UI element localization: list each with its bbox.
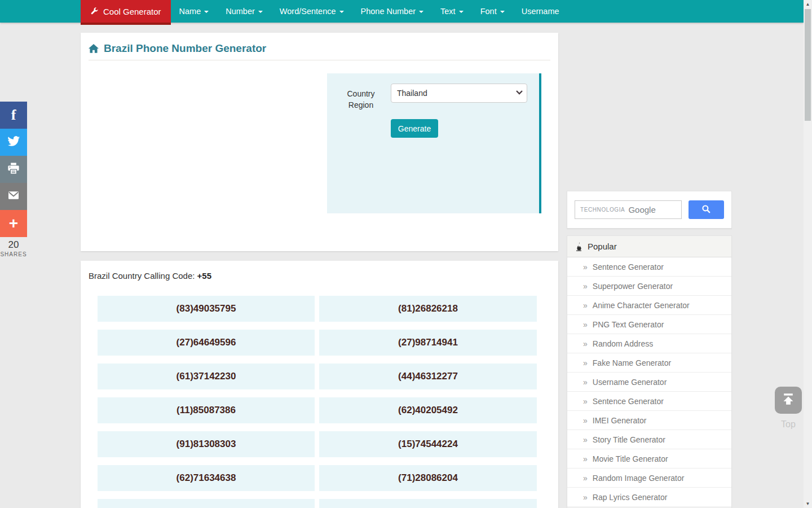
sidebar-item-random-image-generator[interactable]: »Random Image Generator [567, 468, 731, 488]
search-button[interactable] [689, 200, 724, 219]
phone-number: (62)71634638 [98, 465, 315, 491]
facebook-icon: f [11, 107, 16, 124]
search-icon [701, 204, 711, 216]
vertical-scrollbar: ▲ ▼ [804, 0, 812, 508]
brand-cool-generator[interactable]: Cool Generator [81, 0, 171, 25]
double-chevron-icon: » [583, 339, 588, 348]
plus-icon: + [9, 216, 18, 231]
double-chevron-icon: » [583, 435, 588, 444]
envelope-icon [7, 189, 20, 204]
google-search-watermark: TECHNOLOGIA [580, 207, 625, 213]
print-share-button[interactable] [0, 156, 27, 183]
caret-down-icon [500, 11, 505, 13]
double-chevron-icon: » [583, 378, 588, 387]
double-chevron-icon: » [583, 397, 588, 406]
popular-panel: Popular »Sentence Generator »Superpower … [567, 235, 732, 508]
double-chevron-icon: » [583, 474, 588, 483]
phone-number: (11)79367994 [319, 499, 537, 508]
generator-form-panel: Country Region Thailand Generate [327, 73, 541, 213]
sidebar-item-username-generator[interactable]: »Username Generator [567, 373, 731, 392]
phone-number: (83)49035795 [98, 296, 315, 322]
scrollbar-thumb[interactable] [805, 9, 811, 121]
caret-down-icon [204, 11, 209, 13]
email-share-button[interactable] [0, 183, 27, 210]
google-logo-text: Google [628, 205, 655, 214]
twitter-icon [7, 134, 20, 150]
sidebar-item-rap-lyrics-generator[interactable]: »Rap Lyrics Generator [567, 488, 731, 507]
double-chevron-icon: » [583, 320, 588, 329]
sidebar-item-sentence-generator[interactable]: »Sentence Generator [567, 257, 731, 277]
printer-icon [7, 162, 20, 177]
share-count-label: SHARES [0, 251, 27, 257]
phone-number: (27)98714941 [319, 330, 537, 356]
sidebar-item-superpower-generator[interactable]: »Superpower Generator [567, 277, 731, 296]
double-chevron-icon: » [583, 262, 588, 271]
caret-down-icon [419, 11, 423, 13]
sidebar-item-story-title-generator[interactable]: »Story Title Generator [567, 430, 731, 449]
phone-number: (44)46312277 [319, 364, 537, 389]
sidebar-item-movie-title-generator[interactable]: »Movie Title Generator [567, 449, 731, 468]
results-card: Brazil Country Calling Code: +55 (83)490… [81, 261, 558, 508]
phone-number: (15)74544224 [319, 431, 537, 457]
double-chevron-icon: » [583, 358, 588, 367]
flame-icon [576, 242, 583, 251]
sidebar-item-fake-name-generator[interactable]: »Fake Name Generator [567, 353, 731, 373]
nav-item-number[interactable]: Number [217, 0, 271, 23]
sidebar-item-sentence-generator-2[interactable]: »Sentence Generator [567, 392, 731, 411]
phone-number: (61)37142230 [98, 364, 315, 389]
double-chevron-icon: » [583, 416, 588, 425]
phone-number: (11)85087386 [98, 397, 315, 423]
popular-title: Popular [588, 242, 617, 251]
more-share-button[interactable]: + [0, 210, 27, 237]
phone-number: (91)81308303 [98, 431, 315, 457]
page: Cool Generator Name Number Word/Sentence… [0, 0, 812, 508]
nav-item-name[interactable]: Name [171, 0, 218, 23]
brand-label: Cool Generator [103, 7, 161, 16]
wrench-icon [90, 7, 99, 16]
phone-number: (62)40205492 [319, 397, 537, 423]
scrollbar-down-arrow[interactable]: ▼ [804, 500, 812, 508]
search-input[interactable]: TECHNOLOGIA Google [575, 200, 682, 219]
phone-number: (41)63953656 [98, 499, 315, 508]
nav-item-font[interactable]: Font [472, 0, 513, 23]
nav-item-text[interactable]: Text [432, 0, 472, 23]
twitter-share-button[interactable] [0, 129, 27, 156]
caret-down-icon [258, 11, 263, 13]
double-chevron-icon: » [583, 282, 588, 291]
sidebar-item-random-address[interactable]: »Random Address [567, 334, 731, 353]
divider [89, 60, 550, 60]
phone-number-grid: (83)49035795 (81)26826218 (27)64649596 (… [81, 261, 558, 508]
social-share-bar: f + 20 SHARES [0, 102, 27, 257]
phone-number: (27)64649596 [98, 330, 315, 356]
nav-item-phone-number[interactable]: Phone Number [352, 0, 433, 23]
sidebar-item-png-text-generator[interactable]: »PNG Text Generator [567, 315, 731, 334]
country-select[interactable]: Thailand [391, 84, 527, 103]
google-search-panel: TECHNOLOGIA Google [567, 191, 732, 229]
page-title: Brazil Phone Number Generator [104, 42, 266, 55]
nav-item-username[interactable]: Username [513, 0, 568, 23]
scrollbar-up-arrow[interactable]: ▲ [804, 0, 812, 8]
double-chevron-icon: » [583, 301, 588, 310]
popular-header: Popular [567, 236, 731, 257]
back-to-top-label: Top [775, 419, 802, 430]
top-navbar: Cool Generator Name Number Word/Sentence… [0, 0, 804, 23]
nav-item-word-sentence[interactable]: Word/Sentence [271, 0, 352, 23]
country-region-label: Country Region [344, 88, 378, 111]
generate-button[interactable]: Generate [391, 119, 438, 138]
share-count: 20 SHARES [0, 239, 27, 257]
generator-card: Brazil Phone Number Generator Country Re… [81, 33, 558, 251]
arrow-up-icon [781, 392, 796, 409]
phone-number: (81)26826218 [319, 296, 537, 322]
double-chevron-icon: » [583, 493, 588, 502]
share-count-number: 20 [0, 239, 27, 251]
caret-down-icon [339, 11, 344, 13]
back-to-top-button[interactable] [775, 387, 802, 414]
phone-number: (71)28086204 [319, 465, 537, 491]
sidebar-item-anime-character-generator[interactable]: »Anime Character Generator [567, 296, 731, 315]
sidebar-item-imei-generator[interactable]: »IMEI Generator [567, 411, 731, 430]
home-icon[interactable] [89, 44, 99, 54]
back-to-top-widget: Top [775, 387, 802, 430]
double-chevron-icon: » [583, 454, 588, 463]
caret-down-icon [459, 11, 464, 13]
facebook-share-button[interactable]: f [0, 102, 27, 129]
